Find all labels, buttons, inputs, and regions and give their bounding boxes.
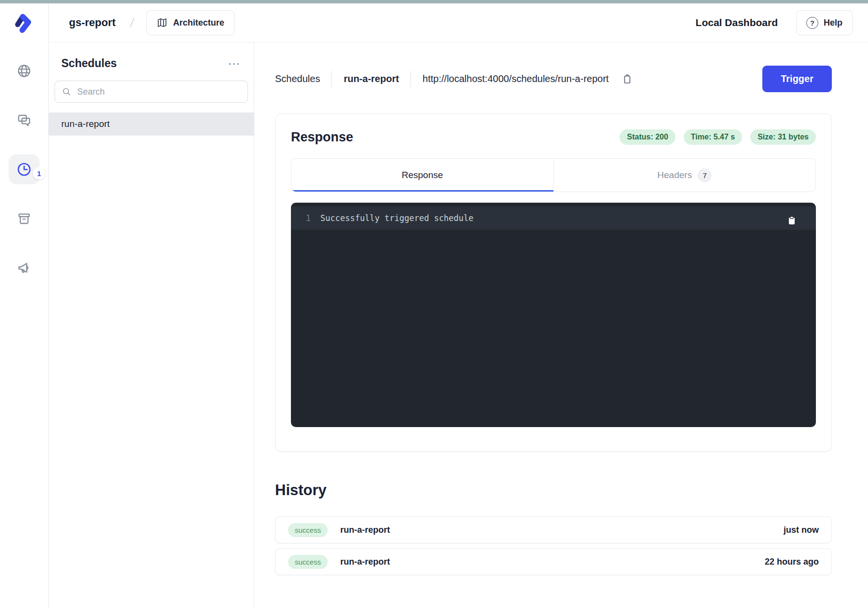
- history-list: success run-a-report just now success ru…: [275, 516, 832, 575]
- search-icon: [62, 87, 71, 97]
- sidebar-item-traces[interactable]: [9, 105, 40, 135]
- schedules-panel: Schedules ⋯ run-a-report: [49, 42, 254, 609]
- app-window: 1 gs-report /: [0, 3, 868, 609]
- top-accent-strip: [0, 0, 868, 3]
- divider: [331, 71, 332, 87]
- sidebar-item-storage[interactable]: [9, 204, 40, 234]
- breadcrumb-section: Schedules: [275, 73, 320, 84]
- map-icon: [156, 17, 168, 28]
- size-badge: Size: 31 bytes: [750, 129, 816, 145]
- copy-response-button[interactable]: [786, 214, 798, 226]
- history-timestamp: just now: [784, 525, 819, 535]
- chat-icon: [16, 112, 32, 128]
- sidebar-item-announcements[interactable]: [9, 253, 40, 283]
- response-card: Response Status: 200 Time: 5.47 s Size: …: [275, 113, 832, 452]
- time-badge: Time: 5.47 s: [684, 129, 742, 145]
- breadcrumb-schedule-name: run-a-report: [344, 73, 399, 84]
- tab-headers[interactable]: Headers 7: [553, 159, 816, 192]
- copy-icon: [786, 214, 798, 226]
- response-body-text: Successfully triggered schedule: [320, 213, 473, 223]
- architecture-button-label: Architecture: [173, 18, 224, 28]
- status-success-badge: success: [288, 523, 328, 537]
- globe-icon: [16, 63, 32, 79]
- icon-rail: 1: [0, 3, 49, 609]
- history-schedule-name: run-a-report: [340, 525, 390, 535]
- main-content: Schedules run-a-report http://localhost:…: [254, 42, 868, 609]
- breadcrumb: Schedules run-a-report http://localhost:…: [275, 71, 633, 87]
- headers-count-badge: 7: [698, 168, 712, 182]
- history-row[interactable]: success run-a-report 22 hours ago: [275, 548, 832, 575]
- search-input[interactable]: [55, 81, 248, 103]
- trigger-button[interactable]: Trigger: [762, 66, 832, 92]
- schedule-list-item[interactable]: run-a-report: [49, 112, 254, 136]
- breadcrumb-slash: /: [129, 15, 135, 30]
- tab-response-label: Response: [401, 170, 443, 180]
- schedules-count-badge: 1: [33, 167, 45, 180]
- clipboard-icon: [621, 73, 633, 85]
- local-dashboard-label: Local Dashboard: [696, 17, 778, 28]
- help-icon: ?: [806, 17, 818, 29]
- clock-icon: [16, 162, 32, 177]
- top-header: gs-report / Architecture Local Dashboard…: [49, 3, 868, 42]
- line-number: 1: [297, 213, 311, 223]
- sidebar-item-api-explorer[interactable]: [9, 56, 40, 86]
- sidebar-item-schedules[interactable]: 1: [9, 154, 40, 184]
- tab-headers-label: Headers: [657, 170, 692, 180]
- app-logo[interactable]: [0, 3, 48, 42]
- status-success-badge: success: [288, 555, 328, 569]
- status-badge: Status: 200: [620, 129, 675, 145]
- architecture-button[interactable]: Architecture: [146, 10, 234, 35]
- schedule-url: http://localhost:4000/schedules/run-a-re…: [423, 73, 609, 84]
- tab-response[interactable]: Response: [291, 159, 553, 192]
- app-title: gs-report: [69, 16, 116, 29]
- help-button[interactable]: ? Help: [796, 10, 853, 35]
- archive-icon: [16, 211, 32, 226]
- panel-overflow-menu-icon[interactable]: ⋯: [228, 61, 241, 66]
- history-schedule-name: run-a-report: [340, 557, 390, 567]
- copy-url-button[interactable]: [621, 73, 633, 85]
- response-tabbar: Response Headers 7: [291, 158, 816, 192]
- code-line: 1 Successfully triggered schedule: [291, 207, 816, 230]
- response-body-code: 1 Successfully triggered schedule: [291, 203, 816, 427]
- megaphone-icon: [16, 260, 32, 276]
- response-card-title: Response: [291, 130, 353, 145]
- panel-title: Schedules: [61, 57, 117, 70]
- history-timestamp: 22 hours ago: [765, 557, 819, 567]
- history-row[interactable]: success run-a-report just now: [275, 516, 832, 543]
- history-title: History: [275, 482, 832, 499]
- help-button-label: Help: [824, 18, 842, 28]
- divider: [411, 71, 411, 87]
- detail-header: Schedules run-a-report http://localhost:…: [275, 66, 832, 92]
- encore-logo-icon: [13, 12, 35, 34]
